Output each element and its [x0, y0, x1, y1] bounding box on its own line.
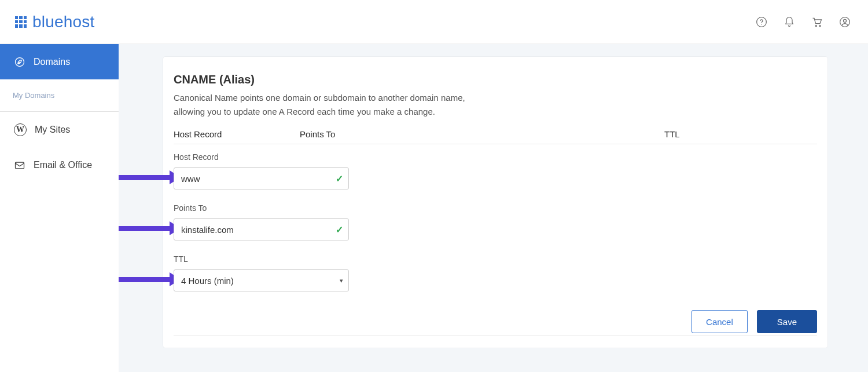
cancel-button[interactable]: Cancel [692, 310, 748, 333]
sidebar-item-email-office[interactable]: Email & Office [0, 147, 119, 183]
cname-panel: CNAME (Alias) Canonical Name points one … [163, 57, 827, 348]
header-points-to: Points To [300, 129, 664, 139]
svg-point-5 [844, 19, 847, 22]
ttl-label: TTL [174, 254, 817, 264]
main-content: CNAME (Alias) Canonical Name points one … [119, 44, 868, 372]
brand-name: bluehost [32, 13, 94, 31]
svg-point-3 [819, 25, 821, 26]
annotation-arrow-icon [119, 171, 179, 184]
mail-icon [14, 159, 25, 171]
svg-rect-7 [16, 162, 24, 169]
sidebar-item-label: My Sites [35, 125, 70, 135]
user-icon[interactable] [839, 16, 851, 28]
panel-description: Canonical Name points one domain or subd… [174, 91, 498, 119]
annotation-arrow-icon [119, 222, 179, 235]
host-record-input[interactable] [174, 167, 349, 189]
host-record-label: Host Record [174, 152, 817, 162]
wordpress-icon: W [14, 123, 27, 136]
header-host: Host Record [174, 129, 300, 139]
sidebar-sub-my-domains[interactable]: My Domains [0, 79, 119, 112]
field-points-to: Points To ✓ [174, 203, 817, 240]
points-to-input[interactable] [174, 218, 349, 240]
help-icon[interactable] [756, 16, 767, 28]
svg-point-1 [761, 24, 762, 24]
field-host-record: Host Record ✓ [174, 152, 817, 189]
leaf-icon [14, 56, 25, 68]
brand[interactable]: bluehost [15, 13, 94, 31]
top-bar: bluehost [0, 0, 868, 44]
topbar-icon-group [756, 16, 851, 28]
table-header-row: Host Record Points To TTL [174, 129, 817, 144]
svg-point-2 [815, 25, 816, 26]
check-icon: ✓ [336, 224, 343, 235]
panel-actions: Cancel Save [174, 291, 817, 336]
ttl-select[interactable]: 4 Hours (min) [174, 269, 349, 291]
annotation-arrow-icon [119, 273, 179, 286]
sidebar-item-label: Email & Office [34, 160, 92, 170]
header-ttl: TTL [664, 129, 817, 139]
bell-icon[interactable] [784, 16, 795, 28]
sidebar-item-my-sites[interactable]: W My Sites [0, 112, 119, 147]
save-button[interactable]: Save [757, 310, 817, 333]
field-ttl: TTL 4 Hours (min) ▾ [174, 254, 817, 291]
check-icon: ✓ [336, 173, 343, 184]
points-to-label: Points To [174, 203, 817, 213]
panel-title: CNAME (Alias) [174, 73, 817, 86]
sidebar: Domains My Domains W My Sites Email & Of… [0, 44, 119, 372]
brand-logo [15, 16, 27, 28]
cart-icon[interactable] [811, 16, 823, 28]
sidebar-item-label: Domains [34, 57, 70, 67]
sidebar-item-domains[interactable]: Domains [0, 44, 119, 79]
